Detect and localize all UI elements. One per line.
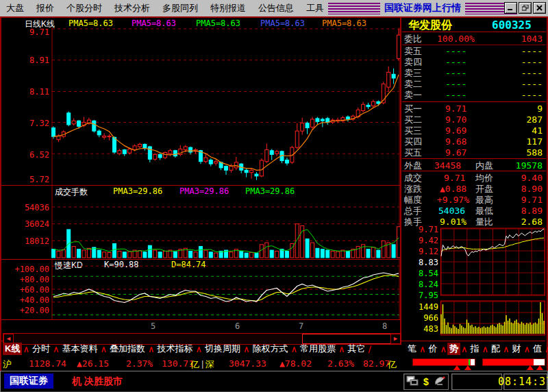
menu-tebiebaodao[interactable]: 特别报道 xyxy=(204,2,252,14)
sell4-label: 卖四 xyxy=(404,57,422,67)
dollar-icon[interactable]: $ xyxy=(423,376,429,387)
sell3-label: 卖三 xyxy=(404,68,422,78)
stat-row: 总手 54036 最低 8.89 xyxy=(404,206,545,217)
sell1-price: ---- xyxy=(445,90,466,101)
tab-jia[interactable]: 价 xyxy=(427,343,440,355)
tab-shi[interactable]: 势 xyxy=(447,343,460,355)
weibi-label: 委比 xyxy=(404,34,422,44)
sell3-qty: ---- xyxy=(521,68,543,79)
tab-separator: ∧ xyxy=(419,344,427,354)
tab-qiehuanzhouqi[interactable]: 切换周期 xyxy=(203,343,242,355)
weibi-value: 100.00% xyxy=(437,34,475,45)
volume-chart[interactable] xyxy=(0,185,400,259)
buy-row-1: 买一 9.71 9 xyxy=(404,103,545,114)
menu-gonggaoxinxi[interactable]: 公告信息 xyxy=(252,2,300,14)
buy2-price: 9.70 xyxy=(445,114,466,125)
satellite-dish-icon[interactable] xyxy=(434,376,446,389)
tab-changyonggupiao[interactable]: 常用股票 xyxy=(298,343,338,355)
zongshou-value: 54036 xyxy=(438,206,465,217)
gauge-marker xyxy=(453,365,460,370)
tab-separator: ∕ xyxy=(368,344,372,354)
buy4-qty: 117 xyxy=(527,136,543,147)
stat-row: 幅度 +9.97% 最高 9.71 xyxy=(404,195,545,206)
menu-dapan[interactable]: 大盘 xyxy=(0,2,30,14)
clock: 08:14:37 xyxy=(498,376,548,388)
sh-index-value: 1128.74 xyxy=(29,358,66,369)
intraday-mini-chart[interactable] xyxy=(440,228,545,337)
tab-jibenziliao[interactable]: 基本资料 xyxy=(60,343,99,355)
sell2-label: 卖二 xyxy=(404,79,422,89)
fudu-value: +9.97% xyxy=(437,195,469,206)
menu-gegufenshi[interactable]: 个股分时 xyxy=(60,2,108,14)
sz-index-amount: 82.97 xyxy=(363,358,390,369)
sh-index-pct: 2.37% xyxy=(126,358,153,369)
waipan-label: 外盘 xyxy=(404,160,422,171)
buy-row-5: 买五 9.67 588 xyxy=(404,147,545,158)
tab-cai[interactable]: 财 xyxy=(510,343,523,355)
restore-button[interactable] xyxy=(519,2,532,14)
scroll-right-arrow[interactable]: ► xyxy=(390,334,401,344)
gauge-marker xyxy=(464,365,471,370)
buy1-label: 买一 xyxy=(404,103,422,114)
mini-ytick: 8.24 xyxy=(410,280,438,289)
kline-ma5-label-1: PMA5=8.63 xyxy=(68,19,113,28)
zuigao-value: 9.71 xyxy=(521,195,543,206)
tab-zhi[interactable]: 指 xyxy=(469,343,482,355)
chengjiao-label: 成交 xyxy=(404,173,422,183)
tab-pei[interactable]: 配 xyxy=(489,343,502,355)
mini-vol-tick: 483 xyxy=(410,324,438,334)
menu-duogutonglie[interactable]: 多股同列 xyxy=(156,2,204,14)
tab-separator: ∧ xyxy=(482,344,490,354)
sell2-qty: ---- xyxy=(521,79,543,90)
kline-ma5-label-3: PMA5=8.63 xyxy=(196,19,240,28)
menu-gongju[interactable]: 工具 xyxy=(300,2,330,14)
mini-ytick: 9.71 xyxy=(410,225,438,234)
sell2-price: ---- xyxy=(445,79,466,90)
tab-separator: ∧ xyxy=(147,344,155,354)
gauge-marker xyxy=(527,365,534,370)
stock-code: 600325 xyxy=(492,19,532,32)
kline-chart[interactable] xyxy=(0,27,400,185)
tab-diejiazhishu[interactable]: 叠加指数 xyxy=(108,343,147,355)
tab-separator: ∧ xyxy=(502,344,510,354)
buy2-qty: 287 xyxy=(527,114,543,125)
weicha-value: 1043 xyxy=(521,34,543,45)
tab-separator: ∧ xyxy=(523,344,532,354)
sell-row-4: 卖四 ---- ---- xyxy=(404,57,545,68)
tab-kline[interactable]: K线 xyxy=(3,343,22,355)
marquee-slogan: 机 决胜股市 xyxy=(72,376,123,388)
xaxis-tick: 8 xyxy=(382,321,387,331)
tab-separator: ∧ xyxy=(195,344,203,354)
broker-logo[interactable]: 国联证券 xyxy=(4,373,53,389)
menu-jishufenxi[interactable]: 技术分析 xyxy=(108,2,156,14)
mini-ytick: 8.83 xyxy=(410,258,438,267)
sell5-qty: ---- xyxy=(521,46,543,57)
menu-baojia[interactable]: 报价 xyxy=(30,2,60,14)
tab-qita[interactable]: 其它 xyxy=(346,343,368,355)
zhangdie-label: 涨跌 xyxy=(404,184,422,194)
tab-fenshi[interactable]: 分时 xyxy=(30,343,52,355)
neipan-value: 19578 xyxy=(516,160,543,171)
liangbi-label: 量比 xyxy=(475,217,493,228)
minimize-button[interactable] xyxy=(504,2,517,14)
tab-separator: ∧ xyxy=(544,344,548,354)
network-computer-icon[interactable] xyxy=(406,376,419,389)
buy4-price: 9.68 xyxy=(445,136,466,147)
index-divider: | xyxy=(201,358,203,369)
panel-divider xyxy=(400,18,401,341)
stock-name: 华发股份 xyxy=(408,19,452,33)
tab-bi[interactable]: 笔 xyxy=(406,343,419,355)
mini-ytick: 7.95 xyxy=(410,291,438,300)
trading-terminal-window: 大盘 报价 个股分时 技术分析 多股同列 特别报道 公告信息 工具 系统 下单 … xyxy=(0,0,548,392)
mini-vol-tick: 1449 xyxy=(410,302,438,312)
tab-chuquanfangshi[interactable]: 除权方式 xyxy=(250,343,290,355)
chengjiao-value: 9.71 xyxy=(444,173,465,184)
kd-chart[interactable] xyxy=(0,259,400,319)
tab-zhi2[interactable]: 值 xyxy=(531,343,544,355)
tab-separator: ∧ xyxy=(52,344,60,354)
waipan-value: 34458 xyxy=(434,160,461,171)
tab-separator: ∧ xyxy=(338,344,346,354)
close-button[interactable] xyxy=(533,2,546,14)
sell-row-3: 卖三 ---- ---- xyxy=(404,68,545,79)
tab-jishuzhibiao[interactable]: 技术指标 xyxy=(155,343,195,355)
